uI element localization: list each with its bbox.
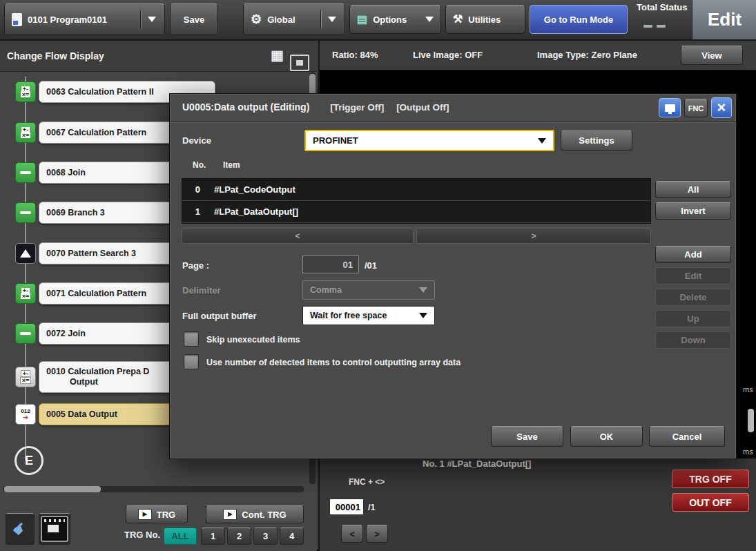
buffer-select-value: Wait for free space — [310, 311, 387, 320]
counter-next-button[interactable]: > — [366, 525, 388, 543]
tools-icon — [453, 14, 463, 25]
join-icon — [15, 323, 36, 344]
trigger-counter: 00001 — [329, 499, 364, 515]
add-button[interactable]: Add — [655, 246, 731, 263]
go-to-run-mode-button[interactable]: Go to Run Mode — [530, 5, 628, 34]
touch-panel-button[interactable] — [659, 98, 681, 117]
skip-unexecuted-checkbox[interactable] — [184, 331, 199, 347]
trg-button[interactable]: TRG — [126, 505, 188, 523]
trg-target-3-button[interactable]: 3 — [253, 528, 278, 545]
image-type-label: Image Type: Zero Plane — [537, 50, 637, 60]
dialog-ok-button[interactable]: OK — [570, 426, 643, 447]
trg-target-4-button[interactable]: 4 — [280, 528, 304, 545]
item-number: 1 — [182, 206, 200, 217]
item-number: 0 — [182, 184, 200, 195]
calculation-gray-icon — [15, 367, 36, 387]
fnc-line-label: FNC + <> — [349, 477, 385, 487]
status-dash-icon — [643, 25, 652, 28]
page-label: Page : — [182, 260, 209, 271]
chevron-down-icon — [328, 17, 336, 22]
monitor-icon — [665, 104, 675, 112]
live-image-label: Live Image: OFF — [413, 50, 483, 60]
ratio-label: Ratio: 84% — [332, 50, 378, 60]
mode-indicator: Edit — [692, 0, 756, 39]
page-next-button[interactable]: > — [416, 228, 651, 244]
status-dash-icon — [657, 25, 666, 28]
branch-icon — [15, 202, 36, 223]
item-name: #LPat_CodeOutput — [214, 184, 295, 195]
delimiter-select-value: Comma — [310, 285, 342, 295]
out-off-button[interactable]: OUT OFF — [672, 493, 749, 512]
play-icon — [138, 509, 152, 520]
expand-view-icon[interactable] — [290, 55, 309, 71]
chevron-down-icon — [419, 313, 427, 318]
down-button[interactable]: Down — [655, 331, 731, 349]
close-icon[interactable] — [711, 97, 732, 118]
output-status-badge: [Output Off] — [396, 102, 449, 113]
cont-trg-button[interactable]: Cont. TRG — [206, 505, 304, 523]
flow-layout-icon[interactable] — [271, 47, 284, 64]
data-output-icon — [15, 404, 36, 425]
trigger-counter-total: /1 — [368, 502, 376, 512]
options-menu-button[interactable]: Options — [349, 5, 441, 34]
counter-prev-button[interactable]: < — [341, 525, 363, 543]
total-status-indicators — [643, 18, 670, 30]
horizontal-scrollbar-handle[interactable] — [4, 486, 101, 492]
calculation-icon — [15, 283, 36, 304]
cont-trg-button-label: Cont. TRG — [242, 510, 286, 520]
device-select-value: PROFINET — [313, 135, 358, 146]
trg-off-button[interactable]: TRG OFF — [672, 470, 749, 488]
use-detected-items-label: Use number of detected items to control … — [206, 358, 461, 367]
edge-scrollbar-handle[interactable] — [748, 409, 754, 432]
trigger-status-badge: [Trigger Off] — [330, 102, 384, 113]
device-select[interactable]: PROFINET — [304, 130, 554, 151]
fnc-button[interactable]: FNC — [684, 99, 708, 117]
manual-trigger-button[interactable] — [6, 513, 35, 545]
pattern-search-icon — [15, 243, 36, 264]
delete-button[interactable]: Delete — [655, 289, 731, 306]
calculation-icon — [15, 122, 36, 143]
join-icon — [15, 162, 36, 183]
hand-pointer-icon — [13, 520, 27, 538]
delimiter-label: Delimiter — [182, 285, 221, 296]
page-prev-button[interactable]: < — [182, 228, 414, 244]
separator — [140, 10, 141, 28]
device-label: Device — [182, 135, 211, 146]
total-status-label: Total Status — [637, 2, 687, 12]
view-button[interactable]: View — [681, 46, 743, 65]
global-menu-button[interactable]: Global — [243, 3, 345, 35]
skip-unexecuted-label: Skip unexecuted items — [206, 335, 300, 345]
calculation-icon — [15, 81, 36, 102]
chevron-down-icon — [419, 287, 427, 293]
list-item[interactable]: 1 #LPat_DataOutput[] — [182, 201, 650, 223]
settings-button[interactable]: Settings — [561, 130, 632, 151]
trg-target-1-button[interactable]: 1 — [201, 528, 225, 545]
chevron-down-icon — [148, 17, 156, 22]
list-item[interactable]: 0 #LPat_CodeOutput — [182, 179, 650, 201]
utilities-button[interactable]: Utilities — [445, 5, 525, 34]
dialog-cancel-button[interactable]: Cancel — [649, 426, 725, 447]
film-strip-icon — [41, 516, 68, 542]
trg-target-all-button[interactable]: ALL — [164, 528, 197, 545]
gear-icon — [251, 13, 262, 26]
edit-button[interactable]: Edit — [655, 267, 731, 284]
flow-item-label-line1: 0010 Calculation Prepa D — [46, 367, 149, 377]
program-selector-button[interactable]: 0101 Program0101 — [4, 3, 165, 35]
select-all-button[interactable]: All — [655, 181, 731, 198]
separator — [320, 10, 321, 28]
ms-unit-label: ms — [743, 385, 753, 394]
image-logging-button[interactable] — [39, 513, 70, 545]
options-menu-label: Options — [373, 14, 407, 25]
flow-panel-title: Change Flow Display — [7, 50, 104, 61]
invert-selection-button[interactable]: Invert — [655, 202, 731, 220]
page-input[interactable]: 01 — [302, 255, 359, 273]
buffer-select[interactable]: Wait for free space — [302, 306, 435, 325]
up-button[interactable]: Up — [655, 310, 731, 327]
dialog-save-button[interactable]: Save — [491, 426, 563, 447]
trg-target-2-button[interactable]: 2 — [227, 528, 251, 545]
save-button[interactable]: Save — [170, 3, 218, 35]
horizontal-scrollbar[interactable] — [3, 486, 304, 492]
dialog-title-text: U0005:Data output (Editing) — [182, 102, 309, 113]
use-detected-items-checkbox[interactable] — [184, 354, 199, 369]
flow-end-marker: E — [14, 446, 43, 475]
